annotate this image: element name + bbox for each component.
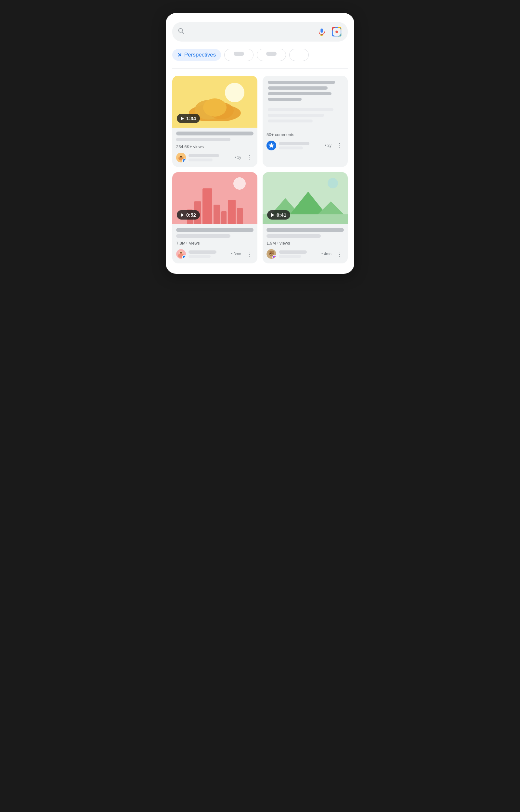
card-3-thumbnail: 0:52: [172, 172, 257, 224]
play-badge-1: 1:34: [177, 114, 200, 123]
mic-icon[interactable]: [316, 26, 328, 38]
card-3-avatar: ♥: [176, 249, 186, 259]
duration-4: 0:41: [277, 212, 286, 218]
card-4-avatar: ⚡: [266, 249, 276, 259]
card-4-subtitle: [266, 234, 321, 238]
card-3-subtitle: [176, 234, 230, 238]
card-2-time: • 2y: [325, 143, 332, 148]
duration-3: 0:52: [186, 212, 196, 218]
card-2-sub-bar: [279, 146, 303, 149]
text-line-6: [268, 114, 324, 117]
card-4-title: [266, 228, 344, 232]
chip-4-bar: [299, 52, 299, 56]
card-3-footer-bars: [188, 250, 229, 258]
text-line-4: [268, 98, 302, 101]
card-1-time: • 1y: [235, 155, 241, 160]
svg-point-36: [272, 253, 272, 254]
chip-2[interactable]: [224, 49, 254, 61]
search-bar[interactable]: [172, 22, 348, 41]
card-3-sub-bar: [188, 255, 211, 258]
building-6: [228, 200, 236, 224]
chip-3[interactable]: [257, 49, 286, 61]
divider: [172, 68, 348, 68]
card-3-name-bar: [188, 250, 216, 254]
text-line-3: [268, 92, 332, 95]
phone-container: ✕ Perspectives: [166, 13, 354, 274]
search-icon: [178, 27, 185, 36]
card-4-footer: ⚡ • 4mo ⋮: [266, 249, 344, 259]
card-4-sub-bar: [279, 255, 301, 258]
card-4-footer-bars: [279, 250, 319, 258]
card-3-title: [176, 228, 254, 232]
play-badge-4: 0:41: [267, 210, 290, 220]
card-2-footer: • 2y ⋮: [266, 141, 344, 150]
card-4-name-bar: [279, 250, 307, 254]
card-1-footer: ♥ • 1y ⋮: [176, 153, 254, 162]
play-badge-3: 0:52: [177, 210, 200, 220]
card-3-stats: 7.8M+ views: [176, 241, 254, 246]
card-2-avatar: [266, 141, 276, 150]
card-1[interactable]: 1:34 234.6K+ views: [172, 76, 257, 167]
card-3-time: • 3mo: [231, 252, 241, 256]
lens-icon[interactable]: [331, 26, 342, 38]
card-2-body: 50+ comments • 2y ⋮: [263, 128, 348, 167]
card-1-body: 234.6K+ views ♥: [172, 128, 257, 167]
filter-chips: ✕ Perspectives: [172, 49, 348, 61]
card-3-menu[interactable]: ⋮: [245, 250, 254, 258]
svg-point-16: [181, 156, 182, 157]
card-1-sub-bar: [188, 159, 212, 162]
building-5: [221, 211, 227, 224]
cards-grid: 1:34 234.6K+ views: [172, 76, 348, 263]
search-input[interactable]: [188, 30, 313, 34]
card-1-badge: ♥: [182, 159, 186, 162]
chip-perspectives[interactable]: ✕ Perspectives: [172, 49, 221, 61]
card-3-badge: ♥: [182, 255, 186, 259]
moon-illustration: [233, 177, 246, 190]
svg-point-11: [203, 99, 227, 117]
chip-3-bar: [266, 52, 277, 56]
building-7: [237, 208, 243, 224]
building-3-tall: [203, 188, 212, 224]
svg-point-7: [335, 31, 338, 33]
card-4-stats: 1.9M+ views: [266, 241, 344, 246]
play-icon-1: [181, 117, 184, 120]
card-2-menu[interactable]: ⋮: [335, 141, 344, 150]
play-icon-4: [271, 213, 274, 217]
card-1-avatar: ♥: [176, 153, 186, 162]
duration-1: 1:34: [186, 116, 196, 121]
card-2-thumbnail: [263, 76, 348, 128]
search-actions: [316, 26, 342, 38]
card-2[interactable]: 50+ comments • 2y ⋮: [263, 76, 348, 167]
svg-point-37: [271, 254, 272, 255]
chip-4[interactable]: [289, 49, 309, 61]
card-1-thumbnail: 1:34: [172, 76, 257, 128]
card-1-name-bar: [188, 154, 219, 157]
card-4[interactable]: 0:41 1.9M+ views: [263, 172, 348, 263]
card-1-menu[interactable]: ⋮: [245, 153, 254, 162]
svg-point-35: [270, 253, 271, 254]
card-2-name-bar: [279, 142, 309, 145]
svg-line-1: [182, 32, 184, 33]
card-1-stats: 234.6K+ views: [176, 144, 254, 149]
card-4-time: • 4mo: [321, 252, 332, 256]
text-line-1: [268, 81, 335, 84]
card-1-subtitle: [176, 138, 230, 141]
play-icon-3: [181, 213, 184, 217]
text-line-7: [268, 119, 313, 122]
building-4: [213, 205, 220, 224]
svg-point-33: [272, 251, 274, 253]
chip-label: Perspectives: [184, 52, 216, 58]
text-line-2: [268, 86, 328, 89]
svg-point-22: [180, 252, 181, 253]
chip-close-icon: ✕: [178, 52, 182, 58]
svg-point-23: [181, 252, 182, 253]
svg-point-32: [269, 251, 270, 253]
card-3[interactable]: 0:52 7.8M+ views: [172, 172, 257, 263]
card-2-footer-bars: [279, 142, 322, 149]
card-1-footer-bars: [188, 154, 232, 162]
svg-rect-2: [320, 29, 323, 33]
card-4-menu[interactable]: ⋮: [335, 250, 344, 258]
card-4-body: 1.9M+ views: [263, 224, 348, 263]
chip-2-bar: [234, 52, 244, 56]
card-1-title: [176, 132, 254, 135]
